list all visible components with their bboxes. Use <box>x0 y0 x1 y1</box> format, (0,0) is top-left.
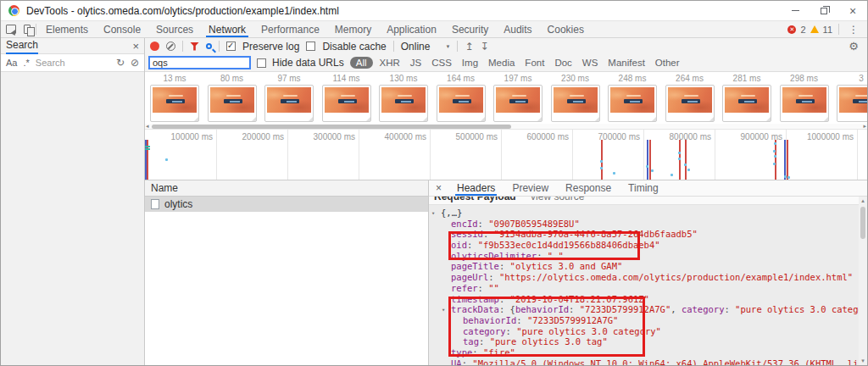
filter-chip-ws[interactable]: WS <box>579 57 602 69</box>
details-tab-preview[interactable]: Preview <box>504 180 557 196</box>
json-line[interactable]: pageTitle: "olytics 3.0 and GAM" <box>429 261 859 272</box>
scroll-down-icon[interactable]: ▾ <box>859 358 867 364</box>
filmstrip-frame[interactable]: 97 ms <box>264 74 314 124</box>
json-line[interactable]: ▾trackData: {behaviorId: "7233D5799912A7… <box>429 304 859 315</box>
disable-cache-checkbox[interactable] <box>306 42 315 51</box>
filmstrip-frame[interactable]: 264 ms <box>665 74 715 124</box>
json-line[interactable]: refer: "" <box>429 283 859 294</box>
filmstrip-frame[interactable]: 164 ms <box>437 74 486 124</box>
export-har-icon[interactable]: ↧ <box>480 41 488 53</box>
frame-card[interactable] <box>150 85 199 122</box>
tab-elements[interactable]: Elements <box>38 21 96 37</box>
scroll-right-icon[interactable]: ▸ <box>863 123 866 130</box>
filmstrip-frame[interactable]: 298 ms <box>780 74 829 124</box>
filter-input[interactable]: oqs <box>148 56 251 69</box>
filmstrip-frame[interactable]: 13 ms <box>150 74 199 124</box>
filmstrip-frame[interactable]: 130 ms <box>379 74 428 124</box>
throttling-select[interactable]: Online <box>401 41 431 53</box>
filter-chip-font[interactable]: Font <box>521 57 548 69</box>
tab-security[interactable]: Security <box>444 21 496 37</box>
import-har-icon[interactable]: ↥ <box>465 41 473 53</box>
tab-search[interactable]: Search <box>6 39 38 53</box>
refresh-icon[interactable]: ↻ <box>116 57 125 69</box>
payload-json-tree[interactable]: ▾{,…}encId: "0907B0595489E8U"sessid: "91… <box>429 205 859 365</box>
warning-icon[interactable] <box>810 25 819 33</box>
filmstrip-frame[interactable]: 281 ms <box>722 74 771 124</box>
json-line[interactable]: category: "pure olytics 3.0 category" <box>429 326 859 337</box>
close-drawer-icon[interactable]: × <box>132 40 139 53</box>
search-input[interactable]: Search <box>36 58 110 68</box>
device-toolbar-icon[interactable] <box>24 25 31 34</box>
frame-card[interactable] <box>322 85 371 122</box>
filmstrip-frame[interactable]: 3 <box>837 74 867 124</box>
tab-network[interactable]: Network <box>201 21 253 37</box>
frame-card[interactable] <box>208 85 257 122</box>
filter-chip-doc[interactable]: Doc <box>551 57 575 69</box>
tab-sources[interactable]: Sources <box>148 21 201 37</box>
tab-console[interactable]: Console <box>96 21 148 37</box>
hide-data-urls-label[interactable]: Hide data URLs <box>272 57 344 69</box>
details-tab-response[interactable]: Response <box>557 180 620 196</box>
filter-chip-all[interactable]: All <box>350 57 373 69</box>
filmstrip-scrollbar[interactable]: ◂ ▸ <box>145 124 867 130</box>
json-line[interactable]: pageUrl: "https://olytics.omeda.com/olyt… <box>429 272 859 283</box>
request-row[interactable]: olytics <box>145 197 428 212</box>
json-line[interactable]: tag: "pure olytics 3.0 tag" <box>429 336 859 347</box>
hide-data-urls-checkbox[interactable] <box>257 58 266 68</box>
name-column-header[interactable]: Name <box>145 180 428 197</box>
scrollbar-thumb[interactable] <box>860 207 865 239</box>
json-line[interactable]: encId: "0907B0595489E8U" <box>429 219 859 230</box>
search-icon[interactable] <box>206 43 212 49</box>
tab-cookies[interactable]: Cookies <box>540 21 592 37</box>
minimize-button[interactable] <box>781 1 810 20</box>
clear-icon[interactable] <box>166 42 175 51</box>
tab-audits[interactable]: Audits <box>496 21 539 37</box>
close-details-icon[interactable]: × <box>434 182 448 194</box>
frame-card[interactable] <box>551 85 600 122</box>
filter-icon[interactable] <box>190 42 199 51</box>
json-line[interactable]: oid: "f9b533ec0c1d4dd19566b88406dbaeb4" <box>429 240 859 251</box>
error-icon[interactable]: ✕ <box>787 25 796 34</box>
json-line[interactable]: timestamp: "2019-10-04T18:21:07.961Z" <box>429 294 859 305</box>
frame-card[interactable] <box>379 85 428 122</box>
regex-toggle[interactable]: .* <box>23 58 29 68</box>
frame-card[interactable] <box>722 85 771 122</box>
json-line[interactable]: type: "fire" <box>429 347 859 358</box>
details-tab-headers[interactable]: Headers <box>448 180 504 196</box>
filter-chip-xhr[interactable]: XHR <box>376 57 403 69</box>
inspect-element-icon[interactable] <box>6 25 16 34</box>
frame-card[interactable] <box>264 85 314 122</box>
preserve-log-checkbox[interactable] <box>226 42 236 51</box>
filmstrip-frame[interactable]: 80 ms <box>208 74 257 124</box>
scrollbar-thumb[interactable] <box>152 125 511 129</box>
json-line[interactable]: UA: "Mozilla/5.0 (Windows NT 10.0; Win64… <box>429 358 859 365</box>
filter-chip-js[interactable]: JS <box>407 57 425 69</box>
json-line[interactable]: ▾{,…} <box>429 208 859 219</box>
record-button[interactable] <box>150 42 159 51</box>
warning-count[interactable]: 11 <box>823 25 832 35</box>
filter-chip-manifest[interactable]: Manifest <box>604 57 648 69</box>
clear-search-icon[interactable]: ⊘ <box>131 57 139 69</box>
match-case-toggle[interactable]: Aa <box>6 58 17 68</box>
details-tab-timing[interactable]: Timing <box>620 180 667 196</box>
filter-chip-img[interactable]: Img <box>459 57 481 69</box>
frame-card[interactable] <box>437 85 486 122</box>
more-menu-icon[interactable]: ⋮ <box>845 24 862 36</box>
filmstrip-frame[interactable]: 114 ms <box>322 74 371 124</box>
json-line[interactable]: behaviorId: "7233D5799912A7G" <box>429 315 859 326</box>
frame-card[interactable] <box>493 85 542 122</box>
error-count[interactable]: 2 <box>800 25 805 35</box>
tab-application[interactable]: Application <box>379 21 444 37</box>
disable-cache-label[interactable]: Disable cache <box>322 41 386 53</box>
frame-card[interactable] <box>837 85 867 122</box>
overview-timeline[interactable]: 100000 ms200000 ms300000 ms400000 ms5000… <box>145 130 867 180</box>
filmstrip-frame[interactable]: 230 ms <box>551 74 600 124</box>
json-line[interactable]: olyticsDelimiter: "," <box>429 251 859 262</box>
tab-memory[interactable]: Memory <box>327 21 379 37</box>
gear-icon[interactable]: ⚙ <box>849 40 862 53</box>
filter-chip-other[interactable]: Other <box>652 57 683 69</box>
details-scrollbar[interactable]: ▴ ▾ <box>859 197 867 365</box>
filter-chip-css[interactable]: CSS <box>428 57 455 69</box>
scroll-left-icon[interactable]: ◂ <box>146 123 149 130</box>
frame-card[interactable] <box>780 85 829 122</box>
